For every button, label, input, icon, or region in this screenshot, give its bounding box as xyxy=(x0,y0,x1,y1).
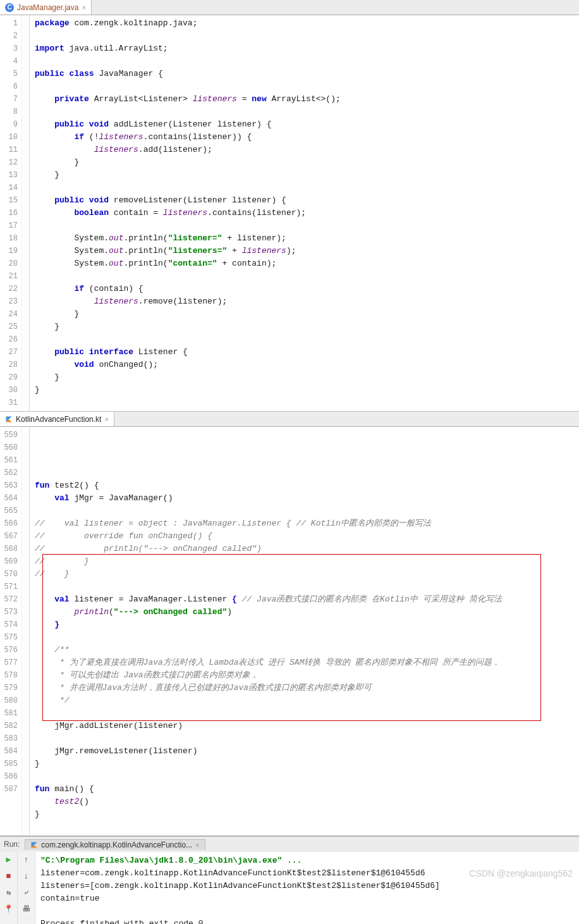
fold-gutter[interactable] xyxy=(22,15,30,411)
tab-javamanager[interactable]: C JavaManager.java × xyxy=(0,0,92,15)
scroll-down-icon[interactable]: ↓ xyxy=(21,871,32,881)
kotlin-file-icon xyxy=(30,841,38,849)
close-icon[interactable]: × xyxy=(104,416,108,423)
scroll-up-icon[interactable]: ↑ xyxy=(21,854,32,865)
tab-label: JavaManager.java xyxy=(17,3,78,12)
fold-gutter[interactable] xyxy=(22,427,30,835)
tab-bar-java: C JavaManager.java × xyxy=(0,0,579,15)
run-title: Run: xyxy=(4,840,20,849)
code-area-java[interactable]: 1234567891011121314151617181920212223242… xyxy=(0,15,579,411)
run-body: ▶ ■ ⇆ 📍 ↑ ↓ ⤶ 🖶 "C:\Program Files\Java\j… xyxy=(0,852,579,924)
run-panel: Run: com.zengk.koltinapp.KotlinAdvanceFu… xyxy=(0,836,579,924)
pin-icon[interactable]: 📍 xyxy=(4,904,14,914)
run-tab[interactable]: com.zengk.koltinapp.KotlinAdvanceFunctio… xyxy=(25,839,205,850)
run-tab-label: com.zengk.koltinapp.KotlinAdvanceFunctio… xyxy=(41,841,192,849)
line-gutter: 5595605615625635645655665675685695705715… xyxy=(0,427,22,835)
rerun-icon[interactable]: ▶ xyxy=(4,854,14,865)
stop-icon[interactable]: ■ xyxy=(4,871,14,881)
kotlin-file-icon xyxy=(5,416,13,423)
run-tab-bar: Run: com.zengk.koltinapp.KotlinAdvanceFu… xyxy=(0,837,579,852)
tab-kotlinadvance[interactable]: KotlinAdvanceFunction.kt × xyxy=(0,412,114,426)
run-toolbar-left: ▶ ■ ⇆ 📍 xyxy=(0,852,18,924)
code-area-kotlin[interactable]: 5595605615625635645655665675685695705715… xyxy=(0,427,579,835)
run-toolbar-secondary: ↑ ↓ ⤶ 🖶 xyxy=(18,852,35,924)
line-gutter: 1234567891011121314151617181920212223242… xyxy=(0,15,22,411)
tab-label: KotlinAdvanceFunction.kt xyxy=(16,415,101,424)
editor-java: C JavaManager.java × 1234567891011121314… xyxy=(0,0,579,412)
code-text[interactable]: package com.zengk.koltinapp.java;import … xyxy=(30,15,579,411)
run-gutter-icon[interactable]: 584 xyxy=(0,745,18,758)
soft-wrap-icon[interactable]: ⤶ xyxy=(21,887,32,897)
watermark: CSDN @zengkaiqiang562 xyxy=(469,868,573,878)
editor-kotlin: KotlinAdvanceFunction.kt × 5595605615625… xyxy=(0,412,579,836)
close-icon[interactable]: × xyxy=(195,841,199,849)
run-output[interactable]: "C:\Program Files\Java\jdk1.8.0_201\bin\… xyxy=(35,852,579,924)
close-icon[interactable]: × xyxy=(82,4,85,11)
print-icon[interactable]: 🖶 xyxy=(21,904,32,914)
layout-icon[interactable]: ⇆ xyxy=(4,887,14,897)
code-text[interactable]: fun test2() { val jMgr = JavaManager()//… xyxy=(30,427,579,835)
tab-bar-kotlin: KotlinAdvanceFunction.kt × xyxy=(0,412,579,427)
class-icon: C xyxy=(5,3,14,12)
